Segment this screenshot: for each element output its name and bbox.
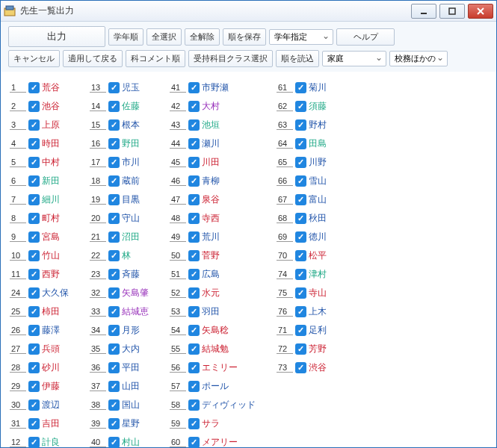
checkbox-icon[interactable]: ✓ [108, 250, 120, 261]
teacher-item[interactable]: 34✓月形 [90, 322, 149, 338]
teacher-item[interactable]: 1✓荒谷 [10, 79, 69, 96]
teacher-item[interactable]: 66✓雪山 [277, 172, 327, 189]
teacher-item[interactable]: 76✓上木 [277, 303, 327, 320]
teacher-item[interactable]: 16✓野田 [90, 135, 149, 152]
checkbox-icon[interactable]: ✓ [28, 325, 40, 336]
checkbox-icon[interactable]: ✓ [295, 157, 306, 168]
teacher-item[interactable]: 60✓メアリー [170, 434, 256, 448]
checkbox-icon[interactable]: ✓ [188, 138, 200, 149]
checkbox-icon[interactable]: ✓ [188, 399, 200, 411]
teacher-item[interactable]: 56✓エミリー [170, 359, 256, 376]
teacher-item[interactable]: 43✓池垣 [170, 116, 256, 133]
teacher-item[interactable]: 2✓池谷 [10, 98, 69, 114]
checkbox-icon[interactable]: ✓ [188, 287, 200, 299]
checkbox-icon[interactable]: ✓ [108, 269, 120, 280]
teacher-item[interactable]: 55✓結城勉 [170, 340, 256, 357]
checkbox-icon[interactable]: ✓ [295, 82, 306, 93]
class-select-button[interactable]: 受持科目クラス選択 [188, 50, 273, 67]
checkbox-icon[interactable]: ✓ [28, 306, 40, 317]
teacher-item[interactable]: 42✓大村 [170, 98, 256, 114]
teacher-item[interactable]: 22✓林 [90, 247, 149, 264]
checkbox-icon[interactable]: ✓ [28, 101, 40, 112]
checkbox-icon[interactable]: ✓ [108, 306, 120, 317]
checkbox-icon[interactable]: ✓ [28, 157, 40, 168]
teacher-item[interactable]: 29✓伊藤 [10, 378, 69, 394]
teacher-item[interactable]: 69✓徳川 [277, 228, 327, 245]
checkbox-icon[interactable]: ✓ [188, 213, 200, 224]
teacher-item[interactable]: 61✓菊川 [277, 79, 327, 96]
checkbox-icon[interactable]: ✓ [188, 418, 200, 429]
checkbox-icon[interactable]: ✓ [108, 287, 120, 299]
teacher-item[interactable]: 18✓蔵前 [90, 172, 149, 189]
checkbox-icon[interactable]: ✓ [28, 175, 40, 187]
teacher-item[interactable]: 54✓矢島稔 [170, 322, 256, 338]
checkbox-icon[interactable]: ✓ [108, 362, 120, 373]
teacher-item[interactable]: 12✓計良 [10, 434, 69, 448]
teacher-item[interactable]: 13✓児玉 [90, 79, 149, 96]
close-button[interactable] [468, 4, 493, 19]
teacher-item[interactable]: 24✓大久保 [10, 284, 69, 301]
checkbox-icon[interactable]: ✓ [188, 175, 200, 187]
checkbox-icon[interactable]: ✓ [108, 325, 120, 336]
checkbox-icon[interactable]: ✓ [108, 157, 120, 168]
checkbox-icon[interactable]: ✓ [28, 250, 40, 261]
teacher-item[interactable]: 14✓佐藤 [90, 98, 149, 114]
teacher-item[interactable]: 35✓大内 [90, 340, 149, 357]
grade-select[interactable]: 学年指定 [269, 29, 333, 45]
checkbox-icon[interactable]: ✓ [28, 194, 40, 205]
checkbox-icon[interactable]: ✓ [108, 101, 120, 112]
checkbox-icon[interactable]: ✓ [295, 213, 306, 224]
teacher-item[interactable]: 73✓渋谷 [277, 359, 327, 376]
checkbox-icon[interactable]: ✓ [108, 119, 120, 131]
teacher-item[interactable]: 59✓サラ [170, 415, 256, 432]
teacher-item[interactable]: 51✓広島 [170, 266, 256, 282]
checkbox-icon[interactable]: ✓ [108, 213, 120, 224]
teacher-item[interactable]: 62✓須藤 [277, 98, 327, 114]
teacher-item[interactable]: 67✓富山 [277, 191, 327, 208]
checkbox-icon[interactable]: ✓ [188, 101, 200, 112]
checkbox-icon[interactable]: ✓ [108, 381, 120, 392]
checkbox-icon[interactable]: ✓ [108, 418, 120, 429]
checkbox-icon[interactable]: ✓ [108, 343, 120, 355]
teacher-item[interactable]: 9✓宮島 [10, 228, 69, 245]
teacher-item[interactable]: 41✓市野瀬 [170, 79, 256, 96]
teacher-item[interactable]: 65✓川野 [277, 154, 327, 170]
apply-back-button[interactable]: 適用して戻る [63, 50, 123, 67]
checkbox-icon[interactable]: ✓ [188, 437, 200, 448]
checkbox-icon[interactable]: ✓ [295, 343, 306, 355]
teacher-item[interactable]: 37✓山田 [90, 378, 149, 394]
save-order-button[interactable]: 順を保存 [223, 28, 266, 46]
teacher-item[interactable]: 40✓村山 [90, 434, 149, 448]
checkbox-icon[interactable]: ✓ [108, 437, 120, 448]
teacher-item[interactable]: 49✓荒川 [170, 228, 256, 245]
checkbox-icon[interactable]: ✓ [28, 213, 40, 224]
teacher-item[interactable]: 39✓星野 [90, 415, 149, 432]
teacher-item[interactable]: 32✓矢島肇 [90, 284, 149, 301]
teacher-item[interactable]: 68✓秋田 [277, 210, 327, 226]
checkbox-icon[interactable]: ✓ [295, 269, 306, 280]
household-select[interactable]: 家庭 [322, 51, 386, 66]
checkbox-icon[interactable]: ✓ [28, 399, 40, 411]
checkbox-icon[interactable]: ✓ [188, 231, 200, 243]
teacher-item[interactable]: 28✓砂川 [10, 359, 69, 376]
teacher-item[interactable]: 57✓ポール [170, 378, 256, 394]
teacher-item[interactable]: 21✓沼田 [90, 228, 149, 245]
load-order-button[interactable]: 順を読込 [276, 50, 319, 67]
teacher-item[interactable]: 36✓平田 [90, 359, 149, 376]
help-button[interactable]: ヘルプ [336, 28, 395, 46]
checkbox-icon[interactable]: ✓ [28, 269, 40, 280]
checkbox-icon[interactable]: ✓ [188, 194, 200, 205]
grade-order-button[interactable]: 学年順 [108, 28, 143, 46]
school-affairs-select[interactable]: 校務ほかの [389, 51, 448, 66]
checkbox-icon[interactable]: ✓ [188, 119, 200, 131]
minimize-button[interactable] [411, 4, 436, 19]
cancel-button[interactable]: キャンセル [8, 50, 60, 67]
checkbox-icon[interactable]: ✓ [295, 138, 306, 149]
checkbox-icon[interactable]: ✓ [28, 119, 40, 131]
teacher-item[interactable]: 8✓町村 [10, 210, 69, 226]
checkbox-icon[interactable]: ✓ [295, 306, 306, 317]
teacher-item[interactable]: 11✓西野 [10, 266, 69, 282]
checkbox-icon[interactable]: ✓ [108, 194, 120, 205]
teacher-item[interactable]: 70✓松平 [277, 247, 327, 264]
checkbox-icon[interactable]: ✓ [28, 343, 40, 355]
